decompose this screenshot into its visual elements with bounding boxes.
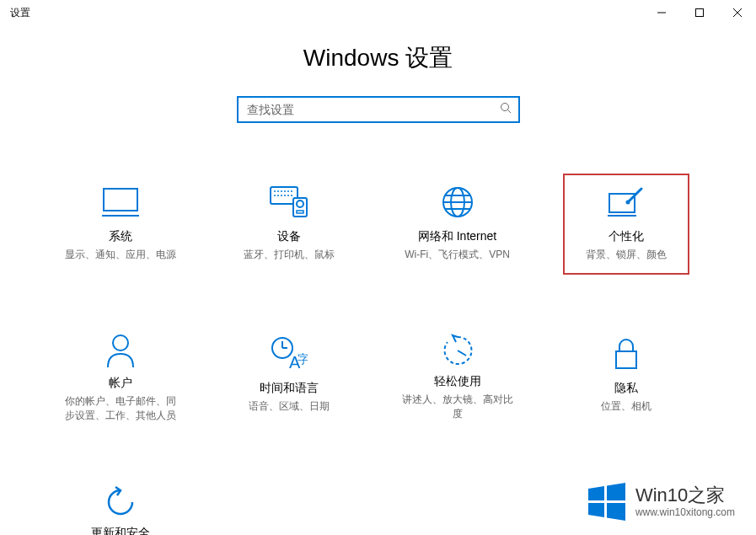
svg-point-20 [291,195,292,196]
svg-point-15 [274,195,276,196]
tile-desc: 语音、区域、日期 [249,399,330,414]
display-icon [102,182,139,222]
tile-title: 轻松使用 [434,374,481,389]
tile-time-language[interactable]: A 字 时间和语言 语音、区域、日期 [226,325,352,426]
svg-rect-6 [104,189,137,211]
svg-text:字: 字 [298,352,308,366]
close-icon [733,8,742,17]
search-wrap [0,96,756,123]
time-language-icon: A 字 [271,334,308,374]
watermark: Win10之家 www.win10xitong.com [585,480,735,522]
svg-marker-42 [607,483,625,500]
tile-update[interactable]: 更新和安全 Windows 更新、恢复、备份 [57,477,184,535]
maximize-icon [695,8,704,17]
watermark-text: Win10之家 www.win10xitong.com [635,484,735,519]
content-scroll[interactable]: 系统 显示、通知、应用、电源 设备 蓝牙、打印机、鼠标 [0,143,746,535]
globe-icon [441,182,475,222]
svg-rect-29 [609,194,635,212]
tile-title: 帐户 [109,376,132,391]
svg-marker-43 [588,503,604,517]
svg-point-19 [287,195,289,196]
titlebar: 设置 [0,0,756,25]
minimize-button[interactable] [642,0,680,25]
tile-title: 网络和 Internet [418,229,496,244]
tile-title: 系统 [109,229,132,244]
svg-point-17 [281,195,282,196]
search-input[interactable] [247,103,500,116]
person-icon [105,334,136,369]
tile-accounts[interactable]: 帐户 你的帐户、电子邮件、同步设置、工作、其他人员 [57,325,184,426]
svg-point-16 [277,195,279,196]
svg-marker-44 [607,503,625,521]
watermark-name: Win10之家 [635,484,735,506]
settings-grid: 系统 显示、通知、应用、电源 设备 蓝牙、打印机、鼠标 [0,143,746,535]
update-icon [104,485,137,519]
search-icon [500,102,512,117]
tile-title: 个性化 [609,229,644,244]
maximize-button[interactable] [680,0,718,25]
tile-system[interactable]: 系统 显示、通知、应用、电源 [57,174,184,275]
tile-desc: 显示、通知、应用、电源 [65,248,176,262]
tile-title: 隐私 [614,381,638,396]
svg-line-39 [458,350,466,356]
ease-icon [441,334,475,367]
tile-desc: 你的帐户、电子邮件、同步设置、工作、其他人员 [62,394,179,423]
svg-point-12 [284,190,286,192]
svg-point-13 [287,190,289,192]
svg-rect-40 [616,351,636,368]
page-title: Windows 设置 [0,42,756,74]
window-title: 设置 [10,6,30,20]
personalization-icon [608,182,645,222]
close-button[interactable] [718,0,756,25]
svg-point-9 [274,190,276,192]
search-box[interactable] [237,96,520,123]
tile-privacy[interactable]: 隐私 位置、相机 [563,325,689,426]
titlebar-controls [642,0,756,25]
svg-point-14 [291,190,292,192]
lock-icon [613,334,640,374]
svg-point-33 [113,335,128,350]
watermark-logo-icon [585,480,627,522]
minimize-icon [657,8,666,17]
tile-desc: 蓝牙、打印机、鼠标 [244,248,335,262]
tile-title: 更新和安全 [91,526,150,535]
tile-ease-of-access[interactable]: 轻松使用 讲述人、放大镜、高对比度 [394,325,521,426]
svg-line-5 [507,110,511,114]
watermark-url: www.win10xitong.com [635,506,735,518]
tile-desc: 位置、相机 [601,399,651,414]
svg-rect-1 [695,9,703,17]
svg-marker-41 [588,486,604,500]
tile-desc: Wi-Fi、飞行模式、VPN [405,248,510,262]
tile-personalization[interactable]: 个性化 背景、锁屏、颜色 [563,174,689,275]
svg-point-4 [501,104,508,111]
tile-network[interactable]: 网络和 Internet Wi-Fi、飞行模式、VPN [394,174,521,275]
tile-devices[interactable]: 设备 蓝牙、打印机、鼠标 [226,174,352,275]
tile-desc: 讲述人、放大镜、高对比度 [399,393,516,421]
svg-point-10 [277,190,279,192]
tile-title: 时间和语言 [260,381,319,396]
svg-point-18 [284,195,286,196]
tile-title: 设备 [277,229,301,244]
svg-point-11 [281,190,282,192]
tile-desc: 背景、锁屏、颜色 [586,248,667,262]
devices-icon [270,182,308,222]
svg-point-32 [625,201,630,205]
